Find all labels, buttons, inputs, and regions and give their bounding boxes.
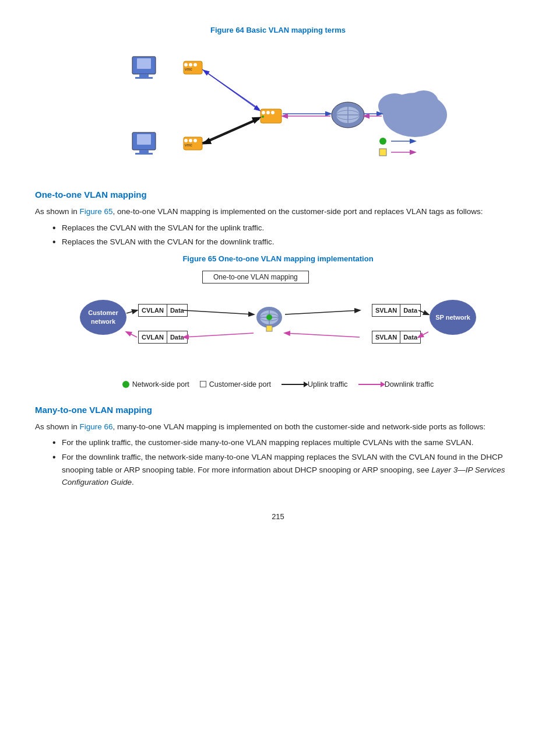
svg-line-54 [126,332,137,337]
customer-network-node: Customernetwork [80,300,126,335]
svg-text:vmc: vmc [185,67,192,71]
svg-rect-1 [137,58,151,69]
svlan-label2: SVLAN [372,331,400,343]
uplink-arrow [281,384,305,385]
svg-line-49 [184,310,254,314]
section2-bullets: For the uplink traffic, the customer-sid… [52,436,521,488]
svg-rect-23 [137,134,151,145]
svg-line-52 [184,333,254,337]
data-label4: Data [400,331,420,343]
fig65-center-label: One-to-one VLAN mapping [202,271,309,284]
svg-rect-40 [379,149,386,156]
data-label3: Data [167,331,187,343]
svlan-label: SVLAN [372,304,400,316]
cvlan-bottom-left: CVLAN Data [138,331,188,344]
svg-point-39 [379,138,386,145]
data-label: Data [167,304,187,316]
center-router [255,303,284,332]
section1-bullets: Replaces the CVLAN with the SVLAN for th… [52,222,521,249]
svg-rect-24 [139,150,149,153]
downlink-arrow [358,384,382,385]
bullet-item: Replaces the SVLAN with the CVLAN for th… [52,236,521,249]
svg-point-21 [409,90,438,114]
svg-rect-3 [135,77,153,79]
svg-point-29 [193,139,197,142]
svg-point-27 [184,139,188,142]
section1-intro2: , one-to-one VLAN mapping is implemented… [113,207,483,216]
svg-point-10 [262,111,265,114]
figure64-title: Figure 64 Basic VLAN mapping terms [210,26,346,34]
svg-point-48 [268,316,271,319]
figure64-container: Figure 64 Basic VLAN mapping terms vmc [35,26,521,173]
svg-line-51 [285,333,360,337]
bullet2-end: . [132,478,134,487]
legend-uplink-label: Uplink traffic [308,380,348,388]
section2: Many-to-one VLAN mapping As shown in Fig… [35,405,521,489]
svg-line-53 [126,310,137,313]
page-number: 215 [35,512,521,521]
figure65-link[interactable]: Figure 65 [80,207,113,216]
figure65-container: Figure 65 One-to-one VLAN mapping implem… [35,254,521,388]
bullet-item-downlink: For the downlink traffic, the network-si… [52,451,521,489]
svg-line-32 [204,71,259,109]
section2-intro2: , many-to-one VLAN mapping is implemente… [113,422,485,431]
section2-intro: As shown in Figure 66, many-to-one VLAN … [35,421,521,433]
svg-point-11 [266,111,270,114]
figure65-diagram: One-to-one VLAN mapping Customernetwork … [74,268,482,370]
figure65-title: Figure 65 One-to-one VLAN mapping implem… [182,254,373,263]
bullet-item: Replaces the CVLAN with the SVLAN for th… [52,222,521,235]
cvlan-label2: CVLAN [139,331,167,343]
svg-point-5 [184,63,188,66]
section1: One-to-one VLAN mapping As shown in Figu… [35,190,521,249]
legend-square [200,381,206,387]
svg-rect-2 [139,74,149,77]
svlan-top-right: SVLAN Data [372,304,421,317]
legend-uplink: Uplink traffic [281,380,348,388]
bullet-item-uplink: For the uplink traffic, the customer-sid… [52,436,521,449]
svg-line-33 [202,118,259,143]
sp-network-node: SP network [430,300,476,335]
svg-point-7 [193,63,197,66]
section1-intro: As shown in Figure 65, one-to-one VLAN m… [35,205,521,218]
section2-intro-text: As shown in [35,422,80,431]
cvlan-label: CVLAN [139,304,167,316]
svg-point-13 [262,116,264,118]
legend-row: Network-side port Customer-side port Upl… [122,380,434,388]
section1-heading: One-to-one VLAN mapping [35,190,521,200]
svg-point-6 [189,63,192,66]
svg-line-34 [204,119,259,144]
legend-downlink-label: Downlink traffic [385,380,434,388]
svlan-bottom-right: SVLAN Data [372,331,421,344]
figure66-link[interactable]: Figure 66 [80,422,113,431]
svg-point-12 [271,111,275,114]
legend-customer-port: Customer-side port [200,380,271,388]
section2-heading: Many-to-one VLAN mapping [35,405,521,415]
svg-point-28 [189,139,192,142]
svg-point-20 [378,93,411,119]
legend-dot [122,381,129,388]
legend-downlink: Downlink traffic [358,380,434,388]
legend-network-label: Network-side port [132,380,189,388]
section1-intro-text: As shown in [35,207,80,216]
svg-rect-25 [135,153,153,155]
svg-text:vmc: vmc [185,143,192,147]
legend-customer-label: Customer-side port [209,380,271,388]
legend-network-port: Network-side port [122,380,189,388]
cvlan-top-left: CVLAN Data [138,304,188,317]
svg-line-50 [285,310,360,314]
data-label2: Data [400,304,420,316]
figure64-diagram: vmc vmc [97,39,459,173]
